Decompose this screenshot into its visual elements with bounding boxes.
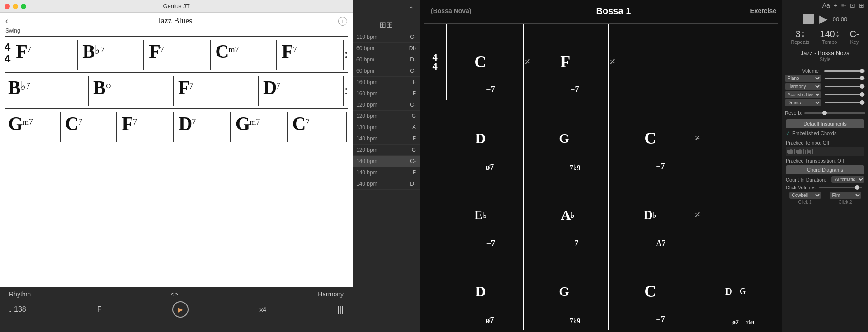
play-button[interactable]: ▶: [819, 13, 827, 25]
bass-slider[interactable]: [825, 94, 865, 95]
song-key: D-: [410, 56, 416, 63]
bossa-bar-line: 𝄎: [693, 177, 702, 253]
embellished-chords-checkbox[interactable]: ✓: [786, 130, 790, 136]
song-key: G: [412, 113, 416, 119]
sheet-panel: Genius JT ‹ Jazz Blues i Swing 44 F7 B♭7: [0, 0, 353, 332]
arrows-label[interactable]: <>: [171, 290, 178, 298]
bar-line: [60, 112, 61, 142]
bossa-bar-line: 𝄎: [608, 24, 617, 100]
repeats-label: Repeats: [791, 39, 809, 45]
style-label: Swing: [0, 28, 353, 36]
count-in-row: Count In Duration: Automatic: [782, 175, 868, 184]
song-bpm: 160 bpm: [356, 90, 377, 97]
bossa-chord: C−7: [447, 24, 523, 100]
embellished-chords-row: ✓ Embellished Chords: [786, 129, 864, 137]
chord-symbol: F7: [282, 42, 338, 61]
song-item[interactable]: 160 bpm F: [353, 77, 420, 88]
back-button[interactable]: ‹: [5, 16, 8, 26]
minimize-button[interactable]: [13, 4, 18, 9]
song-item[interactable]: 110 bpm C-: [353, 32, 420, 43]
reverb-slider[interactable]: [804, 112, 865, 114]
stop-button[interactable]: [803, 14, 814, 24]
tempo-label: Tempo: [822, 39, 837, 45]
chord-diagrams-button[interactable]: Chord Diagrams: [786, 165, 864, 174]
chord-symbol: B○: [93, 78, 168, 97]
bossa-chord: G7♭9: [532, 100, 608, 176]
bossa-chord: D♭Δ7: [617, 177, 693, 253]
click1-dropdown[interactable]: Cowbell: [789, 192, 821, 199]
count-in-dropdown[interactable]: Automatic: [831, 176, 864, 183]
song-item[interactable]: 60 bpm D-: [353, 54, 420, 65]
bpm-display: ♩ 138: [9, 305, 26, 313]
piano-dropdown[interactable]: Piano: [785, 75, 821, 82]
add-icon[interactable]: +: [834, 2, 837, 9]
music-row-3: Gm7 C7 F7 D7: [5, 108, 348, 144]
mixer-row-bass: Acoustic Bass: [785, 91, 865, 98]
close-button[interactable]: [5, 4, 10, 9]
song-item[interactable]: 130 bpm A: [353, 122, 420, 133]
song-item[interactable]: 120 bpm G: [353, 111, 420, 122]
volume-slider[interactable]: [824, 70, 865, 72]
key-display: F: [97, 305, 102, 313]
bossa-row: 44 C−7 𝄎 F−7 𝄎: [424, 24, 778, 100]
drums-dropdown[interactable]: Drums: [785, 99, 821, 106]
song-item[interactable]: 140 bpm D-: [353, 178, 420, 190]
mixer-section: Volume Piano Harmony: [782, 65, 868, 109]
bar-line: [343, 40, 344, 70]
bar-line: [276, 40, 277, 70]
measure: C7: [288, 112, 343, 135]
measure: Cm7: [212, 40, 275, 63]
layout-icon[interactable]: ⊡: [850, 2, 855, 9]
repeat-symbol: 𝄎: [525, 56, 530, 68]
fullscreen-button[interactable]: [21, 4, 26, 9]
bossa-chord: E♭−7: [447, 177, 523, 253]
volume-label: Volume: [785, 68, 819, 74]
bass-dropdown[interactable]: Acoustic Bass: [785, 91, 821, 98]
time-sig-cell: 44: [424, 24, 447, 100]
repeat-symbol: 𝄎: [695, 209, 700, 221]
chord-symbol: F7: [149, 42, 205, 61]
click-volume-slider[interactable]: [819, 187, 862, 188]
info-button[interactable]: i: [338, 17, 347, 26]
chord-symbol: Cm7: [215, 42, 272, 61]
default-instruments-button[interactable]: Default Instruments: [786, 119, 864, 128]
bossa-bar-line: [608, 253, 617, 330]
edit-icon[interactable]: ✏: [841, 2, 846, 9]
song-item[interactable]: 120 bpm G: [353, 145, 420, 156]
count-in-label: Count In Duration:: [786, 177, 826, 182]
bossa-chord: F−7: [532, 24, 608, 100]
song-item[interactable]: 140 bpm F: [353, 167, 420, 178]
tempo-stepper[interactable]: ▲▼: [836, 30, 840, 38]
play-button[interactable]: ▶: [172, 301, 189, 318]
reverb-label: Reverb:: [785, 110, 802, 116]
grid-icon[interactable]: ⊞: [859, 2, 864, 9]
repeats-stepper[interactable]: ▲▼: [802, 30, 805, 38]
song-list: 110 bpm C- 60 bpm Db 60 bpm D- 60 bpm C-…: [353, 32, 420, 332]
song-item[interactable]: 120 bpm C-: [353, 99, 420, 111]
click2-dropdown[interactable]: Rim: [830, 192, 861, 199]
bar-line: [343, 76, 344, 106]
bossa-row: Dø7 G7♭9 C−7 Dø7 G7♭9: [424, 253, 778, 330]
song-item[interactable]: 60 bpm C-: [353, 65, 420, 77]
repeat-count: x4: [259, 306, 266, 313]
song-item[interactable]: 60 bpm Db: [353, 43, 420, 54]
style-label: Style: [787, 56, 863, 62]
harmony-dropdown[interactable]: Harmony: [785, 83, 821, 90]
bossa-chord: Dø7: [447, 100, 523, 176]
tempo-waveform: [786, 147, 864, 156]
drums-slider[interactable]: [825, 102, 865, 103]
right-panel: Aa + ✏ ⊡ ⊞ ▶ 00:00 3 ▲▼ Repeats 140 ▲▼ T…: [782, 0, 868, 332]
piano-slider[interactable]: [825, 78, 865, 79]
bar-line: [173, 112, 174, 142]
harmony-slider[interactable]: [825, 86, 865, 87]
measure: F7: [175, 76, 257, 99]
song-item[interactable]: 140 bpm F: [353, 133, 420, 145]
time-sig-cell: [424, 253, 447, 330]
grid-icon[interactable]: ⊞⊞: [379, 20, 393, 30]
song-item[interactable]: 160 bpm F: [353, 88, 420, 99]
song-item-active[interactable]: 140 bpm C-: [353, 156, 420, 167]
collapse-button[interactable]: ⌃: [407, 4, 416, 14]
font-icon[interactable]: Aa: [822, 2, 830, 9]
time-display: 00:00: [833, 16, 848, 23]
chord-symbol: Gm7: [8, 114, 55, 133]
